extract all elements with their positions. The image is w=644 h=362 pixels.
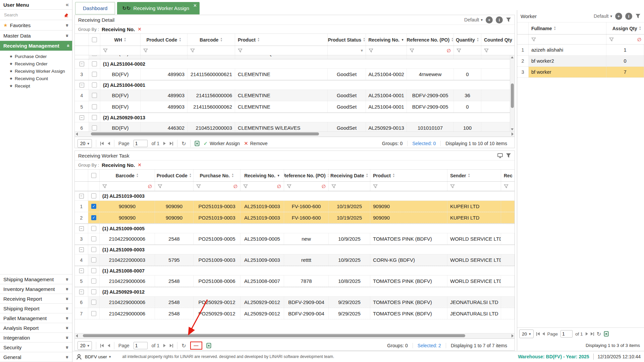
group-checkbox[interactable]	[91, 226, 96, 231]
filter-funnel-icon[interactable]	[457, 48, 461, 53]
col-header-barcode[interactable]: Barcode	[100, 170, 155, 181]
scroll-down-icon[interactable]	[511, 128, 514, 130]
group-row[interactable]: (1) AL251009-0005	[75, 224, 515, 233]
scroll-up-icon[interactable]	[511, 56, 514, 58]
sidebar-section-inventory-management[interactable]: Inventory Management »	[0, 284, 72, 294]
refresh-button[interactable]	[597, 331, 601, 337]
col-header-product[interactable]: Product	[235, 34, 328, 46]
col-header-reference-no[interactable]: Reference No. (PO)	[284, 170, 329, 181]
sidebar-section-receiving-management[interactable]: Receiving Management »	[0, 41, 72, 51]
col-header-product-code[interactable]: Product Code	[141, 34, 187, 46]
scroll-right-icon[interactable]	[512, 132, 514, 136]
remove-button[interactable]: ✕ Remove	[244, 140, 268, 146]
filter-clear-icon[interactable]: ∅	[637, 37, 641, 42]
table-row[interactable]: 7 2104229000006 2548 PO250929-0012 AL250…	[75, 308, 515, 319]
info-icon[interactable]: i	[496, 16, 503, 23]
refresh-button[interactable]	[181, 343, 186, 349]
group-row[interactable]: (2) AL250929-0012	[75, 287, 515, 297]
sidebar-item-receiving-count[interactable]: ★ Receiving Count	[0, 75, 72, 82]
table-row[interactable]: 6 2104229000006 2548 PO250929-0012 AL250…	[75, 297, 515, 308]
sidebar-section-receiving-report[interactable]: Receiving Report »	[0, 294, 72, 304]
filter-clear-icon[interactable]: ∅	[148, 184, 152, 189]
col-header-product-status[interactable]: Product Status	[328, 34, 366, 46]
pager-next-button[interactable]	[163, 344, 166, 347]
tab-dashboard[interactable]: Dashboard	[75, 2, 115, 14]
filter-funnel-icon[interactable]	[373, 184, 378, 189]
group-checkbox[interactable]	[91, 247, 96, 252]
scrollbar-thumb[interactable]	[83, 334, 465, 337]
page-input[interactable]	[133, 342, 148, 349]
filter-funnel-icon[interactable]	[410, 48, 414, 53]
table-row[interactable]: 3 BD(FV) 489903 214115600000621 CLEMENTI…	[75, 69, 515, 80]
pager-first-button[interactable]	[536, 332, 540, 336]
scroll-left-icon[interactable]	[76, 132, 78, 136]
collapse-group-icon[interactable]	[79, 247, 84, 252]
filter-funnel-icon[interactable]	[238, 48, 243, 53]
group-checkbox[interactable]	[92, 115, 97, 120]
filter-icon[interactable]	[635, 13, 641, 19]
filter-funnel-icon[interactable]	[504, 184, 508, 189]
group-row[interactable]: (2) AL251019-0003	[75, 191, 515, 201]
row-checkbox[interactable]	[91, 311, 96, 316]
page-size-select[interactable]: 20 ▾	[77, 139, 92, 148]
table-row[interactable]: 5 2104229000006 2548 PO251008-0006 AL251…	[75, 276, 515, 287]
page-size-select[interactable]: 20 ▾	[77, 341, 92, 350]
row-checkbox[interactable]	[92, 55, 97, 56]
sidebar-section-general[interactable]: General »	[0, 352, 72, 362]
monitor-icon[interactable]	[497, 153, 503, 158]
sidebar-section-shipping-report[interactable]: Shipping Report »	[0, 304, 72, 313]
tab-receiving-worker-assign[interactable]: ↻ Receiving Worker Assign ✕	[117, 2, 200, 14]
group-checkbox[interactable]	[92, 82, 97, 87]
group-checkbox[interactable]	[91, 268, 96, 273]
filter-clear-icon[interactable]: ∅	[277, 184, 281, 189]
refresh-button[interactable]	[181, 140, 186, 147]
collapse-group-icon[interactable]	[79, 226, 84, 231]
group-row[interactable]: (2) AL251004-0001	[75, 80, 515, 90]
filter-funnel-icon[interactable]	[196, 184, 201, 189]
pager-prev-button[interactable]	[542, 332, 545, 336]
pager-last-button[interactable]	[170, 344, 173, 348]
status-filter-dropdown-icon[interactable]: ▾	[361, 48, 363, 53]
col-header-product[interactable]: Product	[370, 170, 447, 181]
filter-clear-icon[interactable]: ∅	[322, 184, 326, 189]
table-row[interactable]: 2 909090 909090 PO251019-0003 AL251019-0…	[75, 212, 515, 224]
sidebar-section-analysis-report[interactable]: Analysis Report »	[0, 323, 72, 333]
info-icon[interactable]: i	[625, 13, 632, 20]
col-header-receiving-date[interactable]: Receiving Date	[329, 170, 370, 181]
sidebar-collapse-icon[interactable]: «	[66, 2, 69, 8]
filter-funnel-icon[interactable]	[102, 184, 107, 189]
filter-funnel-icon[interactable]	[484, 48, 489, 53]
filter-clear-icon[interactable]: ∅	[447, 48, 451, 53]
filter-icon[interactable]	[506, 153, 511, 158]
group-row[interactable]: (1) AL251008-0007	[75, 266, 515, 276]
row-checkbox[interactable]	[92, 93, 97, 98]
page-input[interactable]	[560, 330, 573, 338]
sidebar-item-receiving-worker-assign[interactable]: ★ Receiving Worker Assign	[0, 67, 72, 75]
col-header-reference-no[interactable]: Reference No. (PO)	[407, 34, 454, 46]
sidebar-item-receiving-order[interactable]: ★ Receiving Order	[0, 60, 72, 67]
col-header-receiver[interactable]: Rec	[501, 170, 515, 181]
col-header-assign-qty[interactable]: Assign Qty	[606, 22, 644, 34]
preset-dropdown[interactable]: Default ▾	[464, 17, 483, 22]
worker-row[interactable]: 2 bf worker2 0	[517, 56, 644, 67]
col-header-product-code[interactable]: Product Code	[155, 170, 194, 181]
export-excel-button[interactable]	[195, 141, 200, 146]
sidebar-section-security[interactable]: Security »	[0, 343, 72, 352]
col-header-wh[interactable]: WH	[100, 34, 141, 46]
worker-row[interactable]: 1 azizeh alishahi 1	[517, 45, 644, 56]
row-checkbox[interactable]	[92, 125, 97, 130]
scrollbar-thumb[interactable]	[91, 132, 319, 135]
worker-row-selected[interactable]: 3 bf worker 7	[517, 67, 644, 78]
group-by-remove-icon[interactable]: ✕	[138, 26, 142, 32]
row-checkbox[interactable]	[91, 204, 96, 209]
table-row[interactable]: 5 BD(FV) 489903 21411560000062 CLEMENTIN…	[75, 101, 515, 113]
collapse-group-icon[interactable]	[79, 115, 84, 120]
col-header-counted-qty[interactable]: Counted Qty	[481, 34, 515, 46]
group-row[interactable]: (1) AL251009-0003	[75, 245, 515, 254]
filter-funnel-icon[interactable]	[331, 184, 336, 189]
filter-clear-icon[interactable]: ∅	[233, 184, 237, 189]
pager-first-button[interactable]	[100, 142, 104, 145]
scroll-right-icon[interactable]	[512, 334, 514, 338]
row-checkbox[interactable]	[92, 72, 97, 77]
sidebar-item-purchase-order[interactable]: ★ Purchase Order	[0, 53, 72, 60]
